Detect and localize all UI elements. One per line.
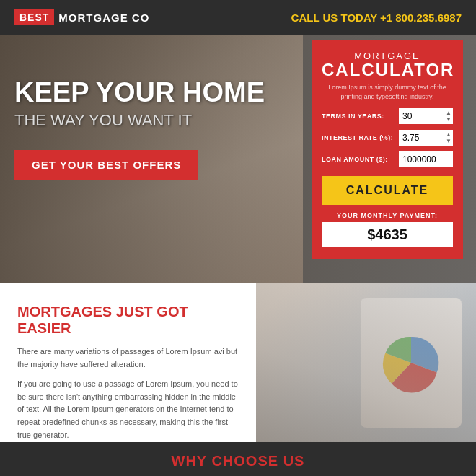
site-header: BEST MORTGAGE CO CALL US TODAY +1 800.23… bbox=[0, 0, 476, 35]
hero-title-sub: THE WAY YOU WANT IT bbox=[14, 111, 265, 130]
footer-title-red: US bbox=[283, 453, 305, 469]
call-info: CALL US TODAY +1 800.235.6987 bbox=[291, 12, 462, 24]
calc-spinners-terms: ▲ ▼ bbox=[446, 108, 451, 124]
footer-title-white: WHY CHOOSE bbox=[172, 453, 279, 469]
call-number: +1 800.235.6987 bbox=[380, 12, 462, 24]
calc-label-loan: LOAN AMOUNT ($): bbox=[322, 156, 399, 163]
monthly-value: $4635 bbox=[322, 222, 453, 247]
monthly-label: YOUR MONTHLY PAYMENT: bbox=[322, 212, 453, 219]
spin-up-terms[interactable]: ▲ bbox=[446, 110, 451, 116]
middle-section: MORTGAGES JUST GOT EASIER There are many… bbox=[0, 283, 476, 442]
middle-text: There are many variations of passages of… bbox=[17, 345, 239, 441]
calc-fields: TERMS IN YEARS: ▲ ▼ INTEREST RATE (%): ▲ bbox=[322, 108, 453, 167]
calc-spinners-interest: ▲ ▼ bbox=[446, 130, 451, 146]
calc-row-interest: INTEREST RATE (%): ▲ ▼ bbox=[322, 130, 453, 146]
calc-input-interest-wrap: ▲ ▼ bbox=[399, 130, 453, 146]
cta-button[interactable]: GET YOUR BEST OFFERS bbox=[14, 150, 198, 180]
middle-title: MORTGAGES JUST GOT EASIER bbox=[17, 304, 239, 337]
calc-input-terms-wrap: ▲ ▼ bbox=[399, 108, 453, 124]
call-text: CALL US TODAY bbox=[291, 12, 378, 24]
calc-input-loan[interactable] bbox=[399, 151, 453, 167]
hero-title-main: KEEP YOUR HOME bbox=[14, 78, 265, 108]
middle-title-black: MORTGAGES bbox=[17, 304, 112, 319]
monthly-section: YOUR MONTHLY PAYMENT: $4635 bbox=[322, 212, 453, 247]
calc-label-terms: TERMS IN YEARS: bbox=[322, 113, 399, 120]
middle-photo-overlay bbox=[256, 283, 476, 442]
hero-content: KEEP YOUR HOME THE WAY YOU WANT IT GET Y… bbox=[14, 78, 265, 180]
middle-right bbox=[256, 283, 476, 442]
calc-row-terms: TERMS IN YEARS: ▲ ▼ bbox=[322, 108, 453, 124]
hero-section: KEEP YOUR HOME THE WAY YOU WANT IT GET Y… bbox=[0, 35, 476, 283]
calc-label-interest: INTEREST RATE (%): bbox=[322, 134, 399, 141]
calc-subtitle: Lorem Ipsum is simply dummy text of the … bbox=[322, 83, 453, 101]
calculate-button[interactable]: CALCULATE bbox=[322, 176, 453, 205]
spin-down-interest[interactable]: ▼ bbox=[446, 138, 451, 144]
middle-para1: There are many variations of passages of… bbox=[17, 345, 239, 371]
calc-input-terms[interactable] bbox=[399, 108, 453, 124]
spin-up-interest[interactable]: ▲ bbox=[446, 132, 451, 138]
calc-row-loan: LOAN AMOUNT ($): bbox=[322, 151, 453, 167]
footer-title: WHY CHOOSE US bbox=[172, 453, 305, 470]
middle-left: MORTGAGES JUST GOT EASIER There are many… bbox=[0, 283, 256, 442]
calc-input-loan-wrap bbox=[399, 151, 453, 167]
spin-down-terms[interactable]: ▼ bbox=[446, 117, 451, 123]
middle-para2: If you are going to use a passage of Lor… bbox=[17, 378, 239, 441]
logo-best: BEST bbox=[14, 9, 54, 25]
calculator-panel: MORTGAGE CALCULATOR Lorem Ipsum is simpl… bbox=[312, 40, 463, 259]
site-footer: WHY CHOOSE US bbox=[0, 442, 476, 476]
calc-title-big: CALCULATOR bbox=[322, 61, 453, 79]
calc-input-interest[interactable] bbox=[399, 130, 453, 146]
logo-rest: MORTGAGE CO bbox=[58, 12, 149, 24]
logo: BEST MORTGAGE CO bbox=[14, 9, 149, 25]
